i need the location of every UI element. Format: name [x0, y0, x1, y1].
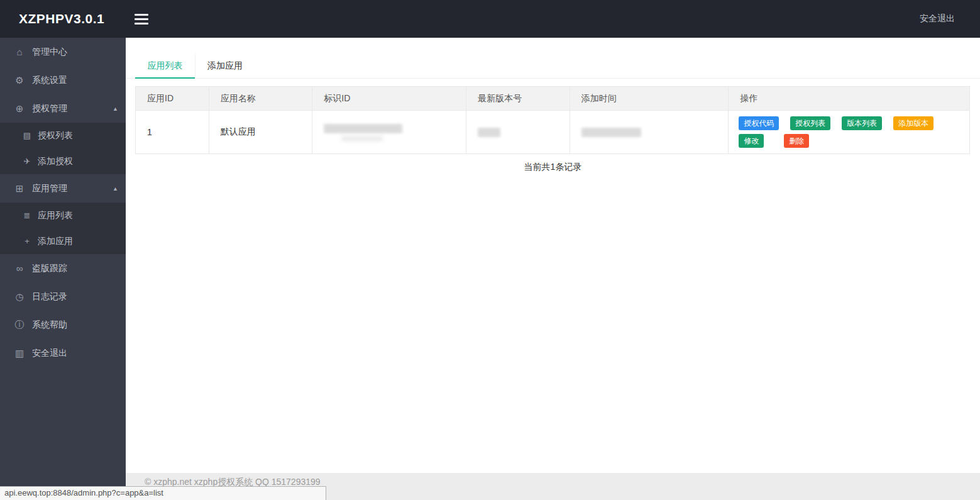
sidebar-item-label: 应用管理: [32, 183, 67, 194]
trash-icon: ▥: [14, 348, 25, 359]
hamburger-bar: [135, 18, 148, 20]
col-header-actions: 操作: [729, 87, 970, 111]
send-icon: ✈: [21, 157, 33, 166]
link-icon: ∞: [14, 263, 25, 274]
sidebar-item-piracy-tracking[interactable]: ∞ 盗版跟踪: [0, 254, 126, 282]
version-list-button[interactable]: 版本列表: [842, 116, 882, 130]
home-icon: ⌂: [14, 47, 25, 57]
sidebar-item-label: 系统设置: [32, 75, 67, 86]
app-title: XZPHPV3.0.1: [0, 11, 126, 26]
sidebar-item-logout[interactable]: ▥ 安全退出: [0, 339, 126, 367]
sidebar-item-log-records[interactable]: ◷ 日志记录: [0, 282, 126, 311]
sidebar-item-add-license[interactable]: ✈ 添加授权: [0, 148, 126, 174]
sidebar-item-label: 添加授权: [38, 156, 73, 167]
cell-app-name: 默认应用: [209, 111, 312, 154]
col-header-created-at: 添加时间: [570, 87, 729, 111]
sidebar-item-label: 添加应用: [38, 236, 73, 247]
tab-app-list[interactable]: 应用列表: [135, 53, 195, 79]
layers-icon: ≣: [21, 211, 33, 220]
sidebar-item-license-management[interactable]: ⊕ 授权管理 ▲: [0, 94, 126, 123]
cell-latest-version: [466, 111, 570, 154]
content-area: 应用列表 添加应用 应用ID 应用名称 标识ID 最新版本号 添加时间 操作: [126, 38, 980, 500]
edit-button[interactable]: 修改: [739, 134, 764, 148]
sidebar-item-label: 系统帮助: [32, 319, 67, 331]
cell-app-key: [312, 111, 466, 154]
record-count-text: 当前共1条记录: [126, 162, 980, 173]
sidebar-item-label: 日志记录: [32, 291, 67, 303]
app-submenu: ≣ 应用列表 + 添加应用: [0, 203, 126, 254]
table-row: 1 默认应用 授权代码: [136, 111, 970, 154]
chevron-up-icon: ▲: [113, 106, 118, 112]
sidebar-item-label: 安全退出: [32, 348, 67, 359]
redacted-latest-version: [478, 128, 500, 137]
tab-bar: 应用列表 添加应用: [126, 53, 980, 79]
sidebar-item-add-app[interactable]: + 添加应用: [0, 228, 126, 254]
info-icon: ⓘ: [14, 319, 25, 331]
sidebar-item-label: 管理中心: [32, 47, 67, 58]
sidebar-item-label: 授权列表: [38, 130, 73, 142]
topbar-logout-link[interactable]: 安全退出: [920, 13, 980, 25]
clock-icon: ◷: [14, 291, 25, 303]
sidebar-item-label: 授权管理: [32, 103, 67, 114]
sidebar-item-app-list[interactable]: ≣ 应用列表: [0, 203, 126, 228]
col-header-app-name: 应用名称: [209, 87, 312, 111]
redacted-app-key-shadow: [341, 136, 383, 141]
hamburger-bar: [135, 14, 148, 16]
table-header-row: 应用ID 应用名称 标识ID 最新版本号 添加时间 操作: [136, 87, 970, 111]
cell-actions: 授权代码 授权列表 版本列表 添加版本 修改 删除: [729, 111, 970, 154]
license-list-button[interactable]: 授权列表: [790, 116, 830, 130]
grid-icon: ⊞: [14, 183, 25, 194]
sidebar-item-system-help[interactable]: ⓘ 系统帮助: [0, 311, 126, 339]
main-layout: ⌂ 管理中心 ⚙ 系统设置 ⊕ 授权管理 ▲ ▤ 授权列表 ✈ 添加授权 ⊞ 应…: [0, 38, 980, 500]
plus-icon: +: [21, 236, 33, 246]
top-bar: XZPHPV3.0.1 安全退出: [0, 0, 980, 38]
app-table-wrap: 应用ID 应用名称 标识ID 最新版本号 添加时间 操作 1 默认应用: [135, 86, 970, 154]
sidebar-item-admin-center[interactable]: ⌂ 管理中心: [0, 38, 126, 66]
redacted-app-key: [324, 124, 402, 133]
hamburger-bar: [135, 23, 148, 25]
sidebar-item-label: 应用列表: [38, 210, 73, 221]
copyright-text: © xzphp.net xzphp授权系统 QQ 1517293199: [145, 477, 321, 487]
redacted-created-at: [581, 128, 641, 137]
chevron-up-icon: ▲: [113, 186, 118, 192]
browser-status-bar: api.eewq.top:8848/admin.php?c=app&a=list: [0, 486, 326, 500]
cell-app-id: 1: [136, 111, 209, 154]
hamburger-menu-icon[interactable]: [131, 8, 152, 31]
sidebar-item-system-settings[interactable]: ⚙ 系统设置: [0, 66, 126, 94]
col-header-app-id: 应用ID: [136, 87, 209, 111]
sidebar-item-app-management[interactable]: ⊞ 应用管理 ▲: [0, 174, 126, 203]
document-icon: ▤: [21, 131, 33, 140]
add-version-button[interactable]: 添加版本: [893, 116, 933, 130]
sidebar-item-license-list[interactable]: ▤ 授权列表: [0, 123, 126, 148]
sidebar-item-label: 盗版跟踪: [32, 263, 67, 274]
app-table: 应用ID 应用名称 标识ID 最新版本号 添加时间 操作 1 默认应用: [135, 86, 970, 154]
col-header-latest-version: 最新版本号: [466, 87, 570, 111]
cell-created-at: [570, 111, 729, 154]
gear-icon: ⚙: [14, 75, 25, 86]
sidebar: ⌂ 管理中心 ⚙ 系统设置 ⊕ 授权管理 ▲ ▤ 授权列表 ✈ 添加授权 ⊞ 应…: [0, 38, 126, 500]
globe-icon: ⊕: [14, 103, 25, 114]
delete-button[interactable]: 删除: [784, 134, 809, 148]
license-code-button[interactable]: 授权代码: [739, 116, 779, 130]
tab-add-app[interactable]: 添加应用: [195, 53, 255, 79]
license-submenu: ▤ 授权列表 ✈ 添加授权: [0, 123, 126, 174]
col-header-app-key: 标识ID: [312, 87, 466, 111]
